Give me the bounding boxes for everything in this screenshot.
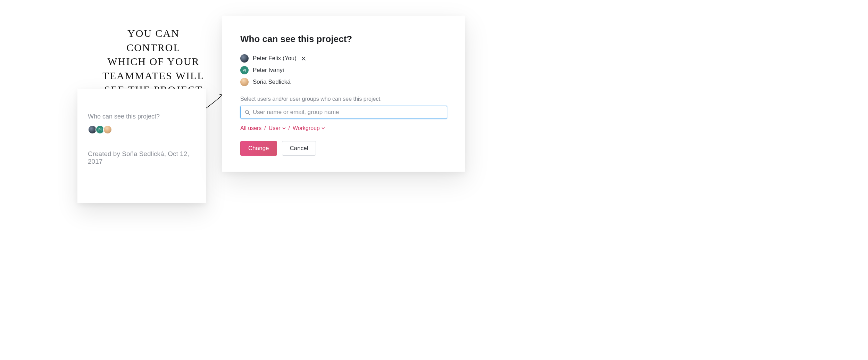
member-label: Peter Felix (You) <box>253 55 297 62</box>
separator: / <box>289 125 290 131</box>
separator: / <box>264 125 266 131</box>
filter-user-label: User <box>269 125 281 131</box>
member-list: Peter Felix (You) PI Peter Ivanyi Soňa S… <box>240 54 447 86</box>
filter-row: All users / User / Workgroup <box>240 125 447 131</box>
summary-avatar-row: PI <box>88 125 195 134</box>
user-search-field[interactable] <box>240 106 447 119</box>
member-label: Soňa Sedlická <box>253 79 291 85</box>
member-label: Peter Ivanyi <box>253 67 284 74</box>
search-icon <box>245 110 250 115</box>
helper-text: Select users and/or user groups who can … <box>240 96 447 102</box>
visibility-dialog: Who can see this project? Peter Felix (Y… <box>222 16 465 172</box>
change-button[interactable]: Change <box>240 141 277 156</box>
remove-member-button[interactable] <box>301 55 307 62</box>
summary-question: Who can see this project? <box>88 113 195 120</box>
chevron-down-icon <box>282 126 286 130</box>
svg-point-0 <box>245 110 249 113</box>
dialog-actions: Change Cancel <box>240 141 447 156</box>
chevron-down-icon <box>322 126 325 130</box>
close-icon <box>302 57 306 60</box>
svg-line-1 <box>248 113 250 115</box>
filter-all-users[interactable]: All users <box>240 125 261 131</box>
user-search-input[interactable] <box>253 109 443 116</box>
created-by-text: Created by Soňa Sedlická, Oct 12, 2017 <box>88 150 195 165</box>
member-row: Soňa Sedlická <box>240 78 447 86</box>
filter-user-dropdown[interactable]: User <box>269 125 286 131</box>
project-visibility-summary-card: Who can see this project? PI Created by … <box>77 89 206 203</box>
avatar <box>103 125 112 134</box>
annotation-text: You can control which of your teammates … <box>101 26 206 97</box>
filter-workgroup-dropdown[interactable]: Workgroup <box>293 125 325 131</box>
avatar <box>240 78 249 86</box>
dialog-title: Who can see this project? <box>240 34 447 44</box>
cancel-button[interactable]: Cancel <box>282 141 316 156</box>
member-row: Peter Felix (You) <box>240 54 447 63</box>
avatar <box>240 54 249 63</box>
member-row: PI Peter Ivanyi <box>240 66 447 74</box>
filter-workgroup-label: Workgroup <box>293 125 320 131</box>
avatar: PI <box>240 66 249 74</box>
